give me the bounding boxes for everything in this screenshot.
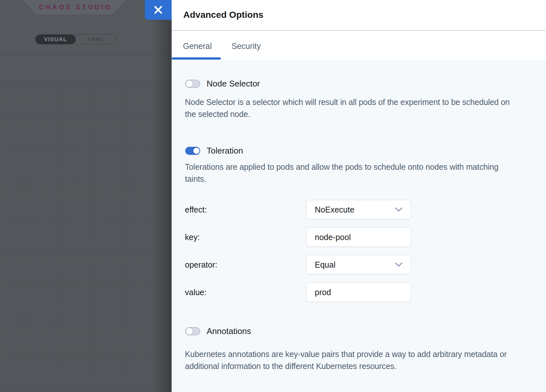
toleration-toggle[interactable] [185, 147, 200, 155]
visual-tab[interactable]: VISUAL [35, 35, 76, 44]
chevron-down-icon [395, 207, 403, 212]
toleration-label: Toleration [207, 146, 243, 156]
effect-field-label: effect: [185, 205, 207, 214]
tab-security-label: Security [232, 41, 261, 51]
visual-tab-label: VISUAL [44, 36, 67, 43]
annotations-description: Kubernetes annotations are key-value pai… [185, 348, 510, 372]
key-input[interactable] [306, 227, 411, 247]
close-drawer-button[interactable] [145, 0, 172, 20]
drawer-title: Advanced Options [183, 10, 263, 20]
operator-select-value: Equal [306, 260, 395, 270]
advanced-options-drawer: Advanced Options General Security Node S… [172, 0, 546, 392]
drawer-shadow [152, 0, 172, 392]
toolbar-divider [0, 56, 172, 56]
key-field-label: key: [185, 232, 200, 242]
tab-security[interactable]: Security [232, 35, 261, 57]
toleration-description: Tolerations are applied to pods and allo… [185, 161, 510, 185]
toggle-knob [186, 328, 193, 335]
toggle-knob [193, 147, 200, 155]
node-selector-toggle[interactable] [185, 80, 200, 88]
effect-select[interactable]: NoExecute [306, 200, 411, 219]
toggle-knob [186, 80, 193, 87]
chaos-studio-stage: CHAOS STUDIO VISUAL YAML [0, 0, 172, 392]
tab-general[interactable]: General [183, 35, 212, 57]
effect-select-value: NoExecute [306, 205, 395, 214]
operator-select[interactable]: Equal [306, 255, 411, 274]
yaml-tab-label: YAML [87, 36, 105, 43]
value-field-label: value: [185, 287, 207, 297]
yaml-tab[interactable]: YAML [76, 35, 116, 44]
annotations-toggle[interactable] [185, 327, 200, 335]
node-selector-label: Node Selector [207, 79, 260, 89]
active-tab-indicator [172, 57, 221, 60]
tab-general-label: General [183, 41, 212, 51]
visual-yaml-toggle: VISUAL YAML [35, 34, 116, 44]
operator-field-label: operator: [185, 260, 217, 270]
title-divider [172, 30, 546, 31]
close-icon [154, 6, 163, 14]
node-selector-description: Node Selector is a selector which will r… [185, 96, 510, 120]
chaos-studio-banner: CHAOS STUDIO [23, 0, 126, 14]
annotations-label: Annotations [207, 326, 251, 336]
screen: CHAOS STUDIO VISUAL YAML Advanced Option… [0, 0, 546, 392]
chevron-down-icon [395, 262, 403, 267]
value-input[interactable] [306, 282, 411, 302]
chaos-studio-title: CHAOS STUDIO [37, 4, 112, 11]
experiment-canvas [0, 81, 172, 392]
